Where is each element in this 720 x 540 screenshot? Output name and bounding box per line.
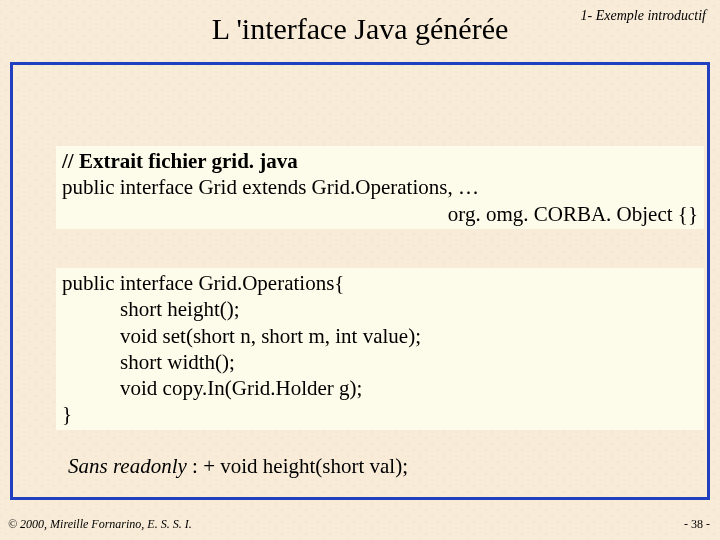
page-number: - 38 -	[684, 517, 710, 532]
code-line: }	[62, 401, 698, 427]
code-line: void copy.In(Grid.Holder g);	[62, 375, 698, 401]
code-line: void set(short n, short m, int value);	[62, 323, 698, 349]
code-line: org. omg. CORBA. Object {}	[62, 201, 698, 227]
note-italic: Sans readonly	[68, 454, 187, 478]
code-line: short height();	[62, 296, 698, 322]
note-rest: : + void height(short val);	[187, 454, 408, 478]
section-tag: 1- Exemple introductif	[581, 8, 706, 24]
code-excerpt-1: // Extrait fichier grid. java public int…	[56, 146, 704, 229]
code-line: public interface Grid extends Grid.Opera…	[62, 174, 698, 200]
code-line: public interface Grid.Operations{	[62, 270, 698, 296]
code-line: short width();	[62, 349, 698, 375]
note-line: Sans readonly : + void height(short val)…	[68, 454, 408, 479]
code-excerpt-2: public interface Grid.Operations{ short …	[56, 268, 704, 430]
copyright: © 2000, Mireille Fornarino, E. S. S. I.	[8, 517, 192, 532]
code-comment: // Extrait fichier grid. java	[62, 149, 298, 173]
